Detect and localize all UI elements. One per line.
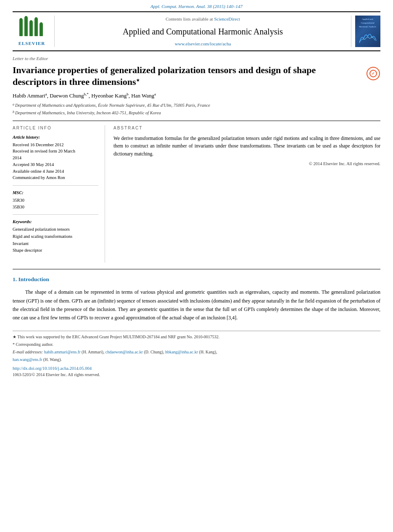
abstract-text: We derive transformation formulas for th… <box>113 134 380 158</box>
title-star: ★ <box>136 78 140 82</box>
email-link-4[interactable]: han.wang@ens.fr <box>13 357 42 362</box>
author-3: Hyeonbae Kangb <box>91 92 129 99</box>
article-columns: ARTICLE INFO Article history: Received 1… <box>13 121 380 263</box>
msc-item-2: 35B30 <box>13 204 98 211</box>
svg-point-7 <box>29 20 33 24</box>
abstract-header: ABSTRACT <box>113 125 380 131</box>
journal-url[interactable]: www.elsevier.com/locate/acha <box>175 41 231 47</box>
keyword-1: Generalized polarization tensors <box>13 226 98 233</box>
history-item-3: 2014 <box>13 155 98 161</box>
journal-cover-area: Applied and Computational Harmonic Analy… <box>351 16 380 47</box>
top-ref-text: Appl. Comput. Harmon. Anal. 38 (2015) 14… <box>150 4 243 9</box>
journal-title: Applied and Computational Harmonic Analy… <box>123 26 283 37</box>
footnotes-area: ★ This work was supported by the ERC Adv… <box>13 331 380 378</box>
email-footnote: E-mail addresses: habib.ammari@ens.fr (H… <box>13 349 380 355</box>
email-1: habib.ammari@ens.fr (H. Ammari), chdaewo… <box>44 350 217 354</box>
crossmark-circle: ✓ <box>367 67 380 80</box>
article-history-section: Article history: Received 16 December 20… <box>13 134 98 186</box>
article-body: Letter to the Editor Invariance properti… <box>0 51 393 386</box>
keyword-3: Invariant <box>13 240 98 248</box>
star-footnote: ★ This work was supported by the ERC Adv… <box>13 334 380 340</box>
article-title: Invariance properties of generalized pol… <box>13 64 361 88</box>
history-item-4: Accepted 30 May 2014 <box>13 161 98 168</box>
journal-header: ELSEVIER Contents lists available at Sci… <box>13 11 380 51</box>
corresponding-footnote: * Corresponding author. <box>13 341 380 348</box>
issn-line: 1063-5203/© 2014 Elsevier Inc. All right… <box>13 371 380 378</box>
author-1: Habib Ammaria <box>13 92 47 99</box>
section-divider <box>13 269 380 269</box>
keyword-4: Shape descriptor <box>13 247 98 254</box>
sciencedirect-link[interactable]: ScienceDirect <box>214 16 240 21</box>
article-title-row: Invariance properties of generalized pol… <box>13 64 380 88</box>
affil-1: a Department of Mathematics and Applicat… <box>13 102 380 109</box>
elsevier-tree-icon <box>17 16 47 39</box>
history-label: Article history: <box>13 134 98 141</box>
introduction-paragraph-1: The shape of a domain can be represented… <box>13 288 380 322</box>
elsevier-brand-text: ELSEVIER <box>18 40 45 47</box>
introduction-label: Introduction <box>18 276 49 282</box>
journal-cover-image: Applied and Computational Harmonic Analy… <box>355 16 380 47</box>
history-content: Received 16 December 2012 Received in re… <box>13 142 98 182</box>
svg-point-8 <box>34 17 38 21</box>
keywords-section: Keywords: Generalized polarization tenso… <box>13 219 98 258</box>
introduction-title: 1. Introduction <box>13 276 380 284</box>
abstract-column: ABSTRACT We derive transformation formul… <box>113 125 380 263</box>
svg-rect-3 <box>34 19 38 36</box>
affil-2: b Department of Mathematics, Inha Univer… <box>13 110 380 116</box>
page: Appl. Comput. Harmon. Anal. 38 (2015) 14… <box>0 0 393 532</box>
article-type-label: Letter to the Editor <box>13 55 380 62</box>
svg-point-6 <box>24 16 28 20</box>
email-link-2[interactable]: chdaewon@inha.ac.kr <box>106 350 143 354</box>
authors-line: Habib Ammaria, Daewon Chungb,*, Hyeonbae… <box>13 92 380 100</box>
history-item-6: Communicated by Amos Ron <box>13 174 98 181</box>
crossmark-badge[interactable]: ✓ <box>366 66 380 81</box>
svg-point-9 <box>40 22 43 26</box>
msc-section: MSC: 35R30 35B30 <box>13 190 98 215</box>
article-info-column: ARTICLE INFO Article history: Received 1… <box>13 125 105 263</box>
email-label: E-mail addresses: <box>13 350 43 354</box>
msc-label: MSC: <box>13 190 98 196</box>
keywords-content: Generalized polarization tensors Rigid a… <box>13 226 98 254</box>
abstract-copyright: © 2014 Elsevier Inc. All rights reserved… <box>113 161 380 167</box>
msc-item-1: 35R30 <box>13 197 98 204</box>
history-item-5: Available online 4 June 2014 <box>13 168 98 175</box>
history-item-2: Received in revised form 20 March <box>13 148 98 155</box>
journal-center: Contents lists available at ScienceDirec… <box>55 16 351 47</box>
doi-line[interactable]: http://dx.doi.org/10.1016/j.acha.2014.05… <box>13 365 380 372</box>
svg-rect-0 <box>19 20 23 36</box>
email-footnote-2: han.wang@ens.fr (H. Wang). <box>13 356 380 363</box>
section-number: 1. <box>13 276 17 282</box>
email-link-1[interactable]: habib.ammari@ens.fr <box>44 350 81 354</box>
email-link-3[interactable]: hbkang@inha.ac.kr <box>165 350 198 354</box>
affiliations: a Department of Mathematics and Applicat… <box>13 102 380 116</box>
keyword-2: Rigid and scaling transformations <box>13 233 98 240</box>
author-4: Han Wanga <box>131 92 156 99</box>
svg-point-5 <box>19 18 23 22</box>
article-info-header: ARTICLE INFO <box>13 125 98 131</box>
author-2: Daewon Chungb,* <box>50 92 89 99</box>
top-reference: Appl. Comput. Harmon. Anal. 38 (2015) 14… <box>0 0 393 11</box>
contents-text: Contents lists available at <box>166 16 213 21</box>
elsevier-logo-area: ELSEVIER <box>13 16 55 47</box>
svg-rect-1 <box>24 18 28 36</box>
history-item-1: Received 16 December 2012 <box>13 142 98 148</box>
crossmark-inner: ✓ <box>369 70 377 77</box>
msc-content: 35R30 35B30 <box>13 197 98 211</box>
keywords-label: Keywords: <box>13 219 98 225</box>
elsevier-logo: ELSEVIER <box>17 16 47 47</box>
contents-available: Contents lists available at ScienceDirec… <box>166 16 240 22</box>
